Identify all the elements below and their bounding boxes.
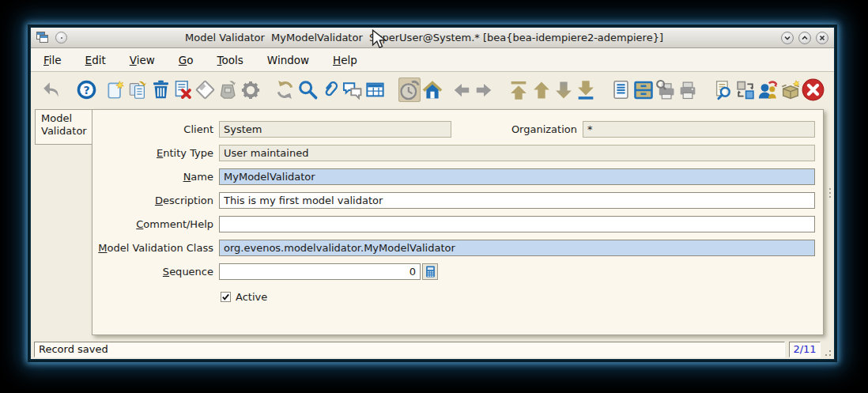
calculator-icon	[425, 266, 436, 278]
comment-help-label: Comment/Help	[92, 218, 219, 230]
close-window-toolbar-button[interactable]	[802, 77, 825, 102]
help-icon: ?	[76, 79, 97, 100]
statusbar: Record saved 2/11	[31, 340, 834, 359]
tab-model-validator[interactable]: Model Validator	[35, 109, 92, 145]
search-icon	[297, 79, 319, 100]
delete-selection-button[interactable]	[172, 77, 194, 102]
request-button[interactable]	[757, 77, 779, 102]
archive-button[interactable]	[632, 77, 655, 102]
arrow-down-icon	[553, 79, 575, 101]
menu-file[interactable]: File	[43, 54, 62, 66]
active-label: Active	[236, 291, 267, 303]
chevron-up-icon	[801, 34, 809, 42]
menu-window[interactable]: Window	[267, 54, 309, 66]
print-preview-icon	[655, 79, 677, 101]
entity-type-field[interactable]	[219, 145, 815, 161]
minimize-button[interactable]	[781, 32, 794, 44]
pin-button[interactable]	[55, 32, 67, 43]
active-checkbox[interactable]	[221, 292, 231, 302]
history-clock-icon	[398, 79, 421, 101]
help-button[interactable]: ?	[75, 77, 97, 102]
titlebar[interactable]: Model Validator MyModelValidator SuperUs…	[31, 28, 834, 48]
arrow-left-icon	[451, 80, 472, 100]
menu-help[interactable]: Help	[333, 54, 357, 66]
home-icon	[421, 79, 443, 101]
window-menu-icon[interactable]	[36, 32, 49, 43]
model-validation-class-field[interactable]	[219, 240, 815, 256]
archive-icon	[632, 79, 655, 101]
resize-grip-icon[interactable]	[825, 342, 831, 357]
menu-view[interactable]: View	[130, 54, 155, 66]
new-record-button[interactable]	[104, 77, 126, 102]
ignore-button[interactable]	[40, 77, 62, 102]
zoom-across-icon	[734, 79, 757, 101]
home-button[interactable]	[421, 77, 443, 102]
description-field[interactable]	[219, 192, 815, 209]
find-button[interactable]	[296, 77, 319, 102]
attachment-button[interactable]	[319, 77, 341, 102]
chat-bubbles-icon	[342, 79, 364, 101]
document-search-icon	[712, 79, 734, 100]
organization-field[interactable]	[583, 121, 815, 138]
content-area: Model Validator Client Organization Enti…	[31, 108, 834, 340]
next-record-button[interactable]	[553, 77, 575, 102]
requery-button[interactable]	[274, 77, 296, 102]
menu-tools[interactable]: Tools	[217, 54, 243, 66]
print-preview-button[interactable]	[655, 77, 677, 102]
request-users-icon	[757, 79, 779, 101]
print-button[interactable]	[677, 77, 699, 102]
workflow-button[interactable]	[779, 77, 801, 102]
close-window-button[interactable]	[816, 32, 828, 44]
first-record-button[interactable]	[508, 77, 530, 102]
mouse-cursor-icon	[372, 29, 386, 50]
save-record-button[interactable]	[194, 77, 217, 102]
close-icon	[818, 34, 826, 42]
name-label: Name	[92, 171, 219, 183]
comment-help-field[interactable]	[219, 216, 815, 232]
window-title: Model Validator MyModelValidator SuperUs…	[74, 32, 775, 43]
back-button[interactable]	[451, 77, 473, 102]
arrow-up-icon	[530, 79, 553, 101]
report-button[interactable]	[609, 77, 632, 102]
chevron-down-icon	[783, 34, 791, 42]
printer-icon	[677, 79, 699, 101]
toolbar: ?	[31, 72, 834, 108]
svg-text:?: ?	[83, 84, 89, 96]
delete-record-button[interactable]	[149, 77, 172, 102]
status-message: Record saved	[34, 342, 785, 357]
model-validator-window: Model Validator MyModelValidator SuperUs…	[30, 27, 835, 360]
trash-icon	[150, 79, 172, 100]
arrow-last-icon	[575, 79, 597, 101]
history-button[interactable]	[398, 77, 421, 102]
copy-icon	[127, 79, 149, 100]
description-label: Description	[92, 195, 219, 206]
undo-arrow-icon	[41, 80, 62, 100]
grid-toggle-button[interactable]	[364, 77, 386, 102]
copy-record-button[interactable]	[127, 77, 149, 102]
calculator-button[interactable]	[422, 263, 438, 280]
zoom-across-button[interactable]	[734, 77, 757, 102]
menu-go[interactable]: Go	[179, 54, 194, 66]
previous-record-button[interactable]	[530, 77, 552, 102]
new-document-icon	[105, 80, 126, 100]
save-new-icon	[217, 79, 239, 100]
chat-button[interactable]	[342, 77, 364, 102]
forward-button[interactable]	[473, 77, 495, 102]
record-position: 2/11	[789, 342, 821, 357]
gear-icon	[240, 79, 262, 101]
paperclip-icon	[319, 79, 341, 100]
save-create-new-button[interactable]	[217, 77, 239, 102]
maximize-button[interactable]	[798, 32, 811, 44]
name-field[interactable]	[219, 168, 815, 185]
desktop: Model Validator MyModelValidator SuperUs…	[0, 0, 868, 393]
sequence-field[interactable]	[219, 263, 421, 280]
process-button[interactable]	[239, 77, 261, 102]
split-divider[interactable]	[826, 108, 833, 340]
arrow-first-icon	[508, 79, 530, 101]
record-info-button[interactable]	[711, 77, 734, 102]
menu-edit[interactable]: Edit	[85, 54, 106, 66]
last-record-button[interactable]	[575, 77, 597, 102]
refresh-icon	[274, 79, 296, 100]
organization-label: Organization	[451, 123, 583, 135]
client-field[interactable]	[219, 121, 451, 138]
